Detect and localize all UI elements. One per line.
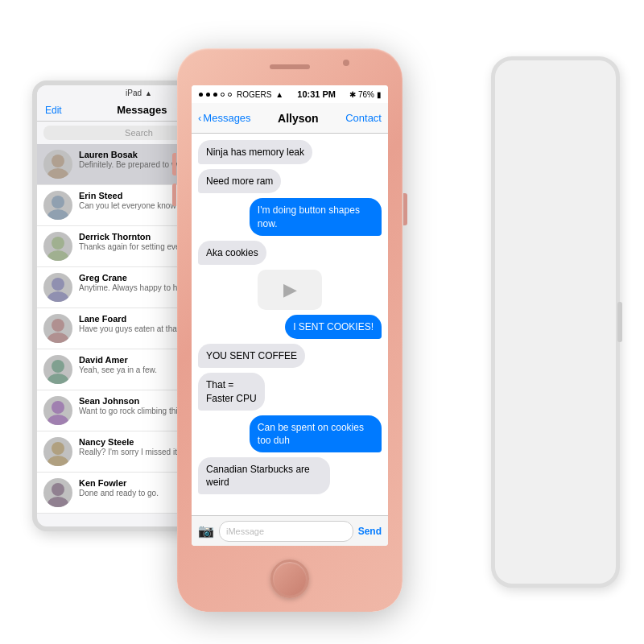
svg-point-12 [52,401,64,414]
iphone-top-bar [177,48,402,85]
scene: iPad ▲ Edit Messages ✏ Search Lauren Bos… [16,16,628,628]
battery-icon: ▮ [377,90,382,99]
carrier-label: ROGERS [237,90,271,99]
contact-name: Derrick Thornton [79,232,151,242]
imessage-placeholder: iMessage [226,526,264,536]
message-list: Ninja has memory leakNeed more ramI'm do… [192,134,388,515]
iphone-vol-down-btn[interactable] [172,184,176,206]
battery-percent: 76% [358,90,374,99]
signal-dot-2 [206,93,210,97]
iphone-vol-up-btn[interactable] [172,153,176,175]
contact-name: Ken Fowler [79,478,126,488]
avatar [43,355,72,384]
ios-status-bar: ROGERS ▲ 10:31 PM ✱ 76% ▮ [192,85,388,103]
iphone-back-device [491,56,620,588]
ipad-title: Messages [117,104,167,116]
ios-status-left: ROGERS ▲ [198,90,283,99]
svg-point-4 [52,237,64,250]
svg-point-5 [47,250,68,261]
avatar [43,150,72,179]
camera-icon[interactable]: 📷 [198,523,214,539]
svg-point-10 [52,360,64,373]
message-bubble: I'm doing button shapes now. [250,198,382,235]
svg-point-2 [52,196,64,208]
iphone-power-btn[interactable] [403,193,407,225]
messages-back-label: Messages [203,112,250,124]
svg-point-1 [47,168,68,179]
messages-back-button[interactable]: ‹ Messages [198,112,251,124]
avatar [43,478,72,507]
ipad-search-placeholder: Search [125,128,153,138]
svg-point-9 [47,332,68,343]
bluetooth-icon: ✱ [349,90,356,99]
contact-name: Lauren Bosak [79,150,138,159]
ipad-label: iPad [126,89,142,97]
imessage-input-bar: 📷 iMessage Send [192,515,388,546]
status-time: 10:31 PM [297,89,336,99]
contact-name: Lane Foard [79,314,126,324]
svg-point-15 [47,456,68,466]
video-message[interactable]: ▶ [258,270,322,310]
svg-point-3 [47,209,68,220]
svg-point-17 [47,497,68,507]
svg-point-13 [47,415,68,425]
svg-point-8 [52,319,64,332]
iphone-bottom-bar [177,546,402,612]
contact-name: David Amer [79,355,128,365]
message-bubble: Need more ram [198,169,281,193]
ipad-wifi: ▲ [145,89,152,97]
message-bubble: Aka cookies [198,241,266,265]
iphone-speaker [270,64,310,69]
signal-dot-3 [213,93,217,97]
message-bubble: Can be spent on cookies too duh [250,415,382,452]
svg-point-11 [47,374,68,384]
contact-name: Sean Johnson [79,396,139,406]
svg-point-16 [52,483,64,496]
svg-point-6 [52,278,64,291]
contact-name: Erin Steed [79,191,122,200]
conversation-title: Allyson [278,112,319,125]
message-bubble: Ninja has memory leak [198,140,312,164]
avatar [43,232,72,261]
contact-name: Nancy Steele [79,437,134,447]
message-bubble: YOU SENT COFFEE [198,344,305,368]
chevron-left-icon: ‹ [198,112,201,124]
send-button[interactable]: Send [358,526,382,537]
avatar [43,437,72,466]
iphone-screen: ROGERS ▲ 10:31 PM ✱ 76% ▮ ‹ Messages All… [192,85,388,546]
svg-point-0 [52,155,64,167]
avatar [43,396,72,425]
message-bubble: Canadian Starbucks are weird [198,457,330,494]
signal-dot-4 [221,93,225,97]
avatar [43,273,72,302]
svg-point-7 [47,291,68,302]
contact-button[interactable]: Contact [345,112,382,124]
wifi-icon: ▲ [275,90,283,99]
iphone-main-device: ROGERS ▲ 10:31 PM ✱ 76% ▮ ‹ Messages All… [177,48,402,612]
ios-status-right: ✱ 76% ▮ [349,90,382,99]
imessage-field[interactable]: iMessage [219,521,353,542]
signal-dot-1 [199,93,203,97]
iphone-camera [343,60,349,66]
ios-nav-bar: ‹ Messages Allyson Contact [192,103,388,134]
home-button[interactable] [270,559,309,598]
message-bubble: I SENT COOKIES! [285,315,382,339]
avatar [43,191,72,220]
ipad-edit-button[interactable]: Edit [45,105,62,116]
iphone-back-power-btn [617,302,622,342]
message-bubble: That = Faster CPU [198,373,265,410]
signal-dot-5 [228,93,232,97]
avatar [43,314,72,343]
svg-point-14 [52,442,64,455]
contact-name: Greg Crane [79,273,127,283]
